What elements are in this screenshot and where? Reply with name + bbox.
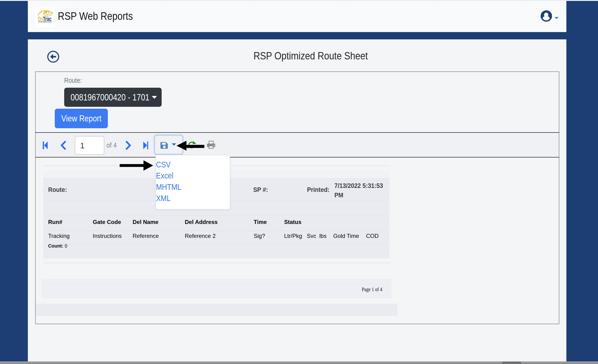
- svg-text:On Time Delivery For Less: On Time Delivery For Less: [38, 21, 52, 23]
